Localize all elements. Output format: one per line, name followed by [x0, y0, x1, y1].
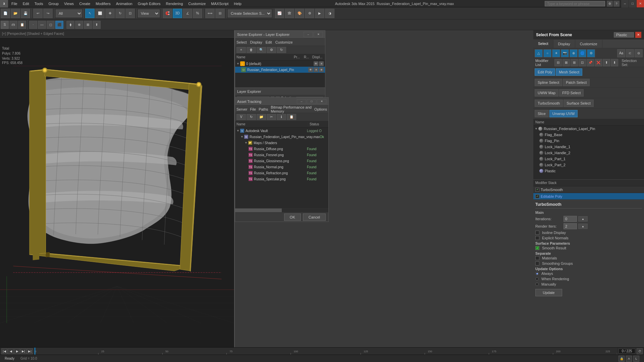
se-options-btn[interactable]: ⚙: [267, 47, 276, 53]
st-row-lock-handle-2[interactable]: Lock_Handle_2: [533, 150, 644, 156]
sfs-close-btn[interactable]: ✕: [635, 32, 641, 38]
extrude-btn[interactable]: ⬆: [93, 21, 101, 29]
undo-btn[interactable]: ↩: [33, 9, 43, 18]
select-obj-btn[interactable]: ↖: [85, 9, 95, 18]
unwrap-uvw-btn[interactable]: Unwrap UVW: [549, 110, 578, 117]
menu-rendering[interactable]: Rendering: [163, 1, 186, 6]
menu-tools[interactable]: Tools: [32, 1, 46, 6]
tl-go-start-btn[interactable]: |◀: [1, 348, 7, 354]
percent-snap-btn[interactable]: %: [193, 9, 202, 18]
local-coord-btn[interactable]: L: [633, 356, 639, 362]
menu-maxscript[interactable]: MAXScript: [208, 1, 231, 6]
menu-modifiers[interactable]: Modifiers: [93, 1, 113, 6]
at-maximize-btn[interactable]: □: [307, 99, 316, 104]
tl-next-frame-btn[interactable]: ▶|: [20, 348, 26, 354]
ts-render-iters-input[interactable]: [564, 223, 577, 229]
se-refresh-btn[interactable]: ↻: [277, 47, 286, 53]
menu-views[interactable]: Views: [61, 1, 76, 6]
se-menu-display[interactable]: Display: [250, 40, 262, 44]
search-input[interactable]: [545, 1, 605, 6]
render-icon[interactable]: ☀: [319, 61, 324, 66]
rp-icon7[interactable]: ⬆: [603, 59, 610, 66]
material-editor-btn[interactable]: 🎨: [295, 9, 304, 18]
se-menu-customize[interactable]: Customize: [275, 40, 293, 44]
ts-materials-checkbox[interactable]: [535, 256, 539, 260]
at-row-normal[interactable]: TX Russia_Normal.png Found: [235, 164, 328, 170]
bridge-btn[interactable]: ⊠: [84, 21, 92, 29]
ts-radio-always[interactable]: [535, 272, 539, 275]
se-close-btn[interactable]: ✕: [314, 32, 323, 37]
menu-graph-editors[interactable]: Graph Editors: [135, 1, 163, 6]
selection-lock-btn[interactable]: 🔒: [619, 356, 625, 362]
sfs-lights-btn[interactable]: ☀: [552, 49, 560, 57]
at-row-maps[interactable]: ▼ 📁 Maps / Shaders: [235, 140, 328, 146]
save-btn[interactable]: 💾: [21, 9, 30, 18]
at-menu-paths[interactable]: Paths: [259, 107, 268, 111]
maximize-btn[interactable]: □: [629, 0, 636, 7]
slice-btn[interactable]: Slice: [535, 110, 549, 117]
ts-sg-checkbox[interactable]: [535, 261, 539, 265]
render-btn[interactable]: ▶: [315, 9, 324, 18]
sfs-invert-btn[interactable]: ⊖: [635, 49, 643, 57]
scene-explorer-header[interactable]: Scene Explorer - Layer Explorer – ✕: [235, 31, 325, 39]
absolute-mode-btn[interactable]: A: [626, 356, 632, 362]
select-region-btn[interactable]: ⬜: [95, 9, 105, 18]
menu-animation[interactable]: Animation: [113, 1, 135, 6]
viewport[interactable]: [+] [Perspective] [Shaded + Edged Faces]…: [0, 30, 235, 355]
tree-row-lapel-pin[interactable]: O Russian_Federation_Lapel_Pin 👁 ☀ ❄: [235, 67, 325, 73]
connect-btn[interactable]: ⊕: [75, 21, 83, 29]
menu-file[interactable]: File: [9, 1, 20, 6]
at-row-vault[interactable]: ▼ V Autodesk Vault Logged O: [235, 128, 328, 134]
element-mode-btn[interactable]: ⬛: [55, 21, 63, 29]
help-icon[interactable]: ?: [613, 1, 620, 7]
sfs-systems-btn[interactable]: ⚙: [587, 49, 595, 57]
se-add-btn[interactable]: +: [236, 47, 246, 53]
ren-icon2[interactable]: ☀: [314, 67, 318, 72]
tree-row-default[interactable]: ▼ L 0 (default) 👁 ☀: [235, 61, 325, 67]
sfs-geometry-btn[interactable]: △: [535, 49, 543, 57]
surface-select-btn[interactable]: Surface Select: [564, 100, 594, 107]
angle-snap-btn[interactable]: ∠: [183, 9, 192, 18]
at-paths-btn[interactable]: 📁: [257, 114, 266, 120]
at-row-specular[interactable]: TX Russia_Specular.png Found: [235, 176, 328, 182]
vis-icon2[interactable]: 👁: [308, 67, 313, 72]
snap-toggle-btn[interactable]: 🧲: [163, 9, 172, 18]
schematic-btn[interactable]: 🕸: [285, 9, 294, 18]
sfs-cameras-btn[interactable]: 📷: [561, 49, 569, 57]
curve-editor-btn[interactable]: 📈: [275, 9, 284, 18]
sfs-helpers-btn[interactable]: ⊕: [570, 49, 578, 57]
ms-checkbox-ts[interactable]: ✓: [535, 188, 539, 192]
scene-explorer-btn[interactable]: 🗃: [9, 21, 17, 29]
at-cancel-btn[interactable]: Cancel: [303, 214, 326, 221]
timeline-scrubber[interactable]: 0 25 50 75 100 125 150 175 200 225: [34, 348, 617, 355]
rp-icon4[interactable]: ⊡: [579, 59, 586, 66]
tl-prev-frame-btn[interactable]: ◀: [8, 348, 14, 354]
redo-btn[interactable]: ↪: [43, 9, 53, 18]
mesh-select-btn[interactable]: Mesh Select: [556, 68, 582, 76]
time-config-btn[interactable]: ⏱: [637, 348, 643, 354]
se-delete-btn[interactable]: 🗑: [247, 47, 256, 53]
poly-mode-btn[interactable]: ◻: [47, 21, 55, 29]
visibility-icon[interactable]: 👁: [314, 61, 318, 66]
menu-group[interactable]: Group: [46, 1, 61, 6]
new-btn[interactable]: 📄: [1, 9, 10, 18]
tl-go-end-btn[interactable]: ▶|: [27, 348, 33, 354]
menu-customize[interactable]: Customize: [185, 1, 208, 6]
ms-row-turbosmooth[interactable]: ✓ TurboSmooth: [533, 186, 644, 193]
patch-select-btn[interactable]: Patch Select: [563, 79, 590, 86]
minimize-btn[interactable]: –: [621, 0, 629, 7]
uww-map-btn[interactable]: UWW Map: [535, 89, 558, 97]
st-row-flag-base[interactable]: Flag_Base: [533, 132, 644, 138]
edit-poly-btn[interactable]: Edit Poly: [535, 68, 555, 76]
rp-icon8[interactable]: ⬇: [611, 59, 618, 66]
at-vault-btn[interactable]: V: [236, 114, 246, 120]
tl-play-btn[interactable]: ▶: [14, 348, 20, 354]
layer-btn[interactable]: 📋: [18, 21, 26, 29]
close-btn[interactable]: ✕: [637, 0, 644, 7]
menu-create[interactable]: Create: [76, 1, 93, 6]
se-menu-edit[interactable]: Edit: [266, 40, 272, 44]
ts-iterations-input[interactable]: [564, 216, 577, 222]
at-row-diffuse[interactable]: TX Russia_Diffuse.png Found: [235, 146, 328, 152]
scale-btn[interactable]: ⊡: [125, 9, 135, 18]
ts-radio-rendering[interactable]: [535, 277, 539, 281]
